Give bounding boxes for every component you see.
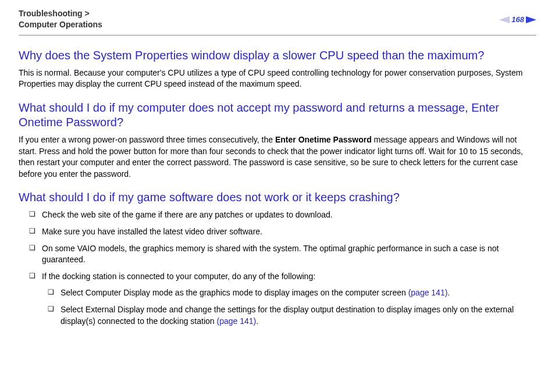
faq-heading-cpu-speed: Why does the System Properties window di… [19, 48, 536, 63]
faq-bullet-list: Check the web site of the game if there … [19, 209, 536, 327]
faq-body-onetime-password: If you enter a wrong power-on password t… [19, 134, 536, 180]
breadcrumb-line-2: Computer Operations [19, 20, 102, 29]
next-page-icon[interactable] [526, 16, 536, 23]
list-item: Make sure you have installed the latest … [29, 226, 536, 238]
page-number-nav: 168 [499, 8, 536, 24]
faq-sub-bullet-list: Select Computer Display mode as the grap… [42, 287, 536, 327]
text-segment: Select External Display mode and change … [61, 305, 514, 326]
text-segment: If you enter a wrong power-on password t… [19, 135, 275, 144]
page-header: Troubleshooting > Computer Operations 16… [19, 8, 536, 35]
list-item: Check the web site of the game if there … [29, 209, 536, 221]
text-segment: . [256, 316, 258, 326]
list-item: Select Computer Display mode as the grap… [48, 287, 536, 299]
list-item: On some VAIO models, the graphics memory… [29, 243, 536, 266]
breadcrumb-line-1: Troubleshooting > [19, 9, 90, 18]
svg-marker-0 [499, 16, 510, 23]
text-segment: . [447, 288, 450, 297]
list-item: Select External Display mode and change … [48, 304, 536, 327]
page-link-141[interactable]: (page 141) [217, 316, 257, 326]
text-segment: If the docking station is connected to y… [42, 272, 315, 281]
breadcrumb: Troubleshooting > Computer Operations [19, 8, 102, 30]
list-item: If the docking station is connected to y… [29, 271, 536, 327]
text-segment: Select Computer Display mode as the grap… [61, 288, 408, 297]
text-bold-segment: Enter Onetime Password [275, 135, 372, 144]
prev-page-icon[interactable] [499, 16, 510, 23]
faq-heading-onetime-password: What should I do if my computer does not… [19, 101, 536, 130]
page-number: 168 [511, 15, 524, 24]
page-link-141[interactable]: (page 141) [408, 288, 448, 297]
svg-marker-1 [526, 16, 536, 23]
faq-body-cpu-speed: This is normal. Because your computer's … [19, 67, 536, 90]
faq-heading-game-crash: What should I do if my game software doe… [19, 190, 536, 205]
